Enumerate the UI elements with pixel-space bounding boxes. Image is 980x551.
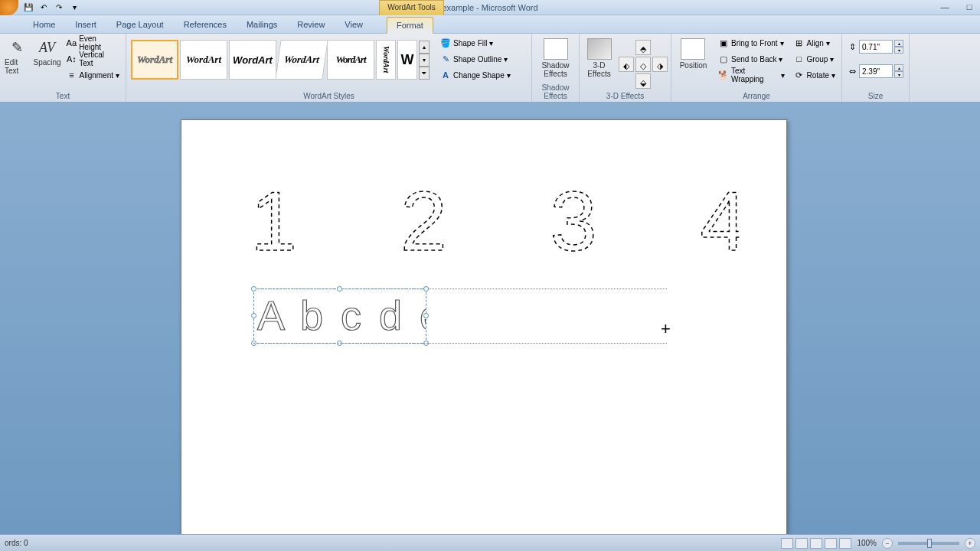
alignment-button[interactable]: ≡ Alignment ▾ [64,67,122,83]
quick-access-toolbar: 💾 ↶ ↷ ▾ [21,2,81,14]
tilt-up-icon[interactable]: ⬘ [635,40,651,55]
vertical-text-label: Vertical Text [79,51,119,67]
send-to-back-button[interactable]: ▢ Send to Back ▾ [715,51,788,67]
wordart-numbers-text: 1 2 3 4 5 [250,174,740,268]
bring-front-label: Bring to Front [731,39,778,47]
send-back-label: Send to Back [731,55,776,64]
tilt-down-icon[interactable]: ⬙ [635,73,651,89]
group-label-text: Text [0,92,126,100]
handle-w[interactable] [251,313,256,318]
cube-icon [587,38,612,60]
handle-s[interactable] [337,341,342,346]
position-label: Position [680,61,707,70]
view-draft-icon[interactable] [839,538,851,549]
align-button[interactable]: ⊞ Align ▾ [791,35,838,51]
handle-n[interactable] [337,286,342,292]
change-shape-button[interactable]: A Change Shape ▾ [437,67,514,83]
style-2[interactable]: WordArt [180,40,227,80]
even-height-icon: Aa [67,37,77,48]
style-6[interactable]: WordArt [376,40,396,80]
zoom-slider[interactable] [898,542,959,545]
height-input[interactable] [859,40,893,54]
office-button[interactable] [0,0,18,15]
ribbon-tabs: Home Insert Page Layout References Maili… [0,15,980,34]
text-wrapping-button[interactable]: 🐕 Text Wrapping ▾ [715,67,788,83]
view-web-layout-icon[interactable] [810,538,822,549]
handle-nw[interactable] [251,286,256,292]
width-down-icon[interactable]: ▾ [894,71,903,78]
view-print-layout-icon[interactable] [781,538,793,549]
group-arrange: Position ▣ Bring to Front ▾ ▢ Send to Ba… [671,34,842,102]
minimize-button[interactable]: — [937,2,952,13]
tab-review[interactable]: Review [287,16,335,33]
tilt-right-icon[interactable]: ⬗ [652,57,668,72]
gallery-down-icon[interactable]: ▾ [419,54,430,67]
tab-insert[interactable]: Insert [65,16,106,33]
style-1[interactable]: WordArt [131,40,178,80]
zoom-thumb[interactable] [927,539,932,548]
style-4[interactable]: WordArt [275,40,328,80]
align-icon: ⊞ [794,37,805,48]
group-label-styles: WordArt Styles [126,92,531,100]
tab-home[interactable]: Home [23,16,65,33]
tilt-center-icon[interactable]: ◇ [635,57,651,72]
rotate-button[interactable]: ⟳ Rotate ▾ [791,67,838,83]
gallery-up-icon[interactable]: ▴ [419,41,430,54]
zoom-in-button[interactable]: + [965,538,975,549]
handle-e[interactable] [423,313,429,318]
undo-icon[interactable]: ↶ [37,2,51,14]
group-button[interactable]: □ Group ▾ [791,51,838,67]
view-full-screen-icon[interactable] [795,538,808,549]
workspace: 1 2 3 4 5 A b c d e + [0,103,980,534]
view-outline-icon[interactable] [825,538,837,549]
tab-view[interactable]: View [335,16,373,33]
group-label-shadow: Shadow Effects [532,83,579,100]
spacing-button[interactable]: AV Spacing [33,35,62,68]
chevron-down-icon: ▾ [831,71,835,80]
chevron-down-icon: ▾ [489,39,493,47]
3d-effects-button[interactable]: 3-D Effects [583,35,616,81]
handle-se[interactable] [423,341,429,346]
maximize-button[interactable]: □ [962,2,977,13]
text-wrapping-label: Text Wrapping [731,67,779,83]
tab-format[interactable]: Format [387,17,433,34]
redo-icon[interactable]: ↷ [52,2,66,14]
spacing-icon: AV [37,37,58,58]
style-5[interactable]: WordArt [327,40,374,80]
word-count[interactable]: ords: 0 [5,539,28,547]
style-3[interactable]: WordArt [229,40,276,80]
group-3d-effects: 3-D Effects ⬘ ⬖ ◇ ⬗ ⬙ 3-D Effects [580,34,671,102]
bring-to-front-button[interactable]: ▣ Bring to Front ▾ [715,35,788,51]
shadow-effects-button[interactable]: Shadow Effects [537,35,575,81]
height-up-icon[interactable]: ▴ [894,40,903,47]
shape-outline-button[interactable]: ✎ Shape Outline ▾ [437,51,514,67]
width-input[interactable] [859,64,893,78]
height-down-icon[interactable]: ▾ [894,47,903,54]
rotate-label: Rotate [807,71,829,80]
style-7[interactable]: W [397,40,417,80]
handle-sw[interactable] [251,341,256,346]
wordart-numbers[interactable]: 1 2 3 4 5 [250,166,740,281]
qat-customize-icon[interactable]: ▾ [67,2,81,14]
tab-mailings[interactable]: Mailings [237,16,287,33]
zoom-out-button[interactable]: − [882,538,893,549]
group-text: ✎ Edit Text AV Spacing Aa Even Height A↕… [0,34,126,102]
document-page[interactable]: 1 2 3 4 5 A b c d e + [181,119,787,544]
even-height-label: Even Height [79,34,119,51]
tab-references[interactable]: References [174,16,237,33]
edit-text-label: Edit Text [5,58,30,75]
width-up-icon[interactable]: ▴ [894,64,903,71]
edit-text-button[interactable]: ✎ Edit Text [3,35,31,77]
even-height-button[interactable]: Aa Even Height [64,35,122,51]
gallery-more-icon[interactable]: ⏷ [419,67,430,80]
align-label: Align [807,39,824,47]
vertical-text-button[interactable]: A↕ Vertical Text [64,51,122,67]
shape-fill-button[interactable]: 🪣 Shape Fill ▾ [437,35,514,51]
tab-page-layout[interactable]: Page Layout [106,16,174,33]
handle-ne[interactable] [423,286,429,292]
zoom-level[interactable]: 100% [857,539,877,547]
wordart-letters-selection[interactable]: A b c d e [253,289,426,344]
tilt-left-icon[interactable]: ⬖ [619,57,634,72]
save-icon[interactable]: 💾 [21,2,35,14]
position-button[interactable]: Position [675,35,712,73]
